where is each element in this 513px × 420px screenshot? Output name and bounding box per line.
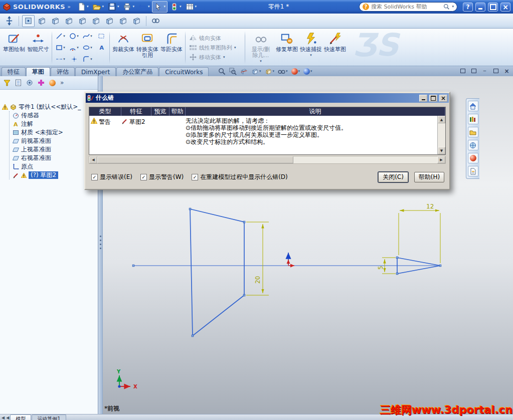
appearances-icon[interactable] [468, 153, 478, 163]
undo-button[interactable] [137, 1, 151, 13]
filter-icon[interactable] [4, 80, 11, 86]
circle-tool-button[interactable] [67, 31, 81, 42]
section-view-button[interactable] [240, 68, 248, 75]
back-view-button[interactable] [49, 15, 62, 27]
convert-entities-button[interactable]: 转换实体引用 [135, 30, 159, 65]
save-button[interactable] [106, 1, 121, 13]
column-preview[interactable]: 预览 [151, 107, 169, 116]
zoom-fit-button[interactable] [218, 68, 226, 75]
show-errors-checkbox[interactable]: 显示错误(E) [91, 173, 132, 181]
error-row[interactable]: 警告 草图2 无法决定此草图的解，请考虑： ⊙借助拖动将草图移动到接近所期望解的… [89, 116, 437, 154]
close-button[interactable] [500, 3, 510, 12]
tree-root[interactable]: 零件1 (默认<<默认>_ [2, 103, 97, 111]
fillet-tool-button[interactable] [81, 54, 94, 65]
left-view-button[interactable] [63, 15, 75, 27]
dialog-maximize-button[interactable] [429, 95, 437, 102]
dialog-close-button[interactable] [439, 95, 447, 102]
print-button[interactable] [121, 1, 136, 13]
model-tab[interactable]: 模型 [10, 414, 31, 420]
column-help[interactable]: 帮助 [169, 107, 186, 116]
tab-office-products[interactable]: 办公室产品 [116, 67, 158, 76]
search-icon[interactable] [443, 4, 450, 10]
ellipse-tool-button[interactable] [81, 42, 94, 54]
front-view-button[interactable] [36, 15, 48, 27]
tab-scroll-left-button[interactable] [1, 414, 5, 420]
apply-scene-button[interactable] [303, 68, 312, 75]
construction-rectangle-tool-button[interactable] [94, 31, 108, 42]
view-selector-button[interactable] [130, 15, 143, 27]
column-type[interactable]: 类型 [89, 107, 121, 116]
line-tool-button[interactable] [54, 31, 67, 42]
motion-study-tab[interactable]: 运动算例1 [32, 414, 66, 420]
arc-tool-button[interactable] [67, 42, 81, 54]
move-entities-caret[interactable] [223, 56, 225, 59]
minimize-button[interactable] [475, 3, 485, 12]
splitter-grip[interactable] [100, 236, 101, 249]
view-orientation-button[interactable] [251, 68, 261, 75]
top-view-button[interactable] [90, 15, 102, 27]
dialog-minimize-button[interactable] [419, 95, 427, 102]
scroll-right-button[interactable]: ▶ [437, 156, 445, 163]
tab-dimxpert[interactable]: DimXpert [75, 67, 116, 76]
display-delete-caret[interactable] [260, 60, 262, 63]
isometric-view-button[interactable] [117, 15, 129, 27]
scroll-up-button[interactable]: ▲ [438, 116, 445, 123]
custom-properties-icon[interactable] [468, 166, 478, 176]
tab-circuitworks[interactable]: CircuitWorks [159, 67, 209, 76]
rapid-sketch-button[interactable]: 快速草图 [323, 30, 347, 65]
show-warnings-checkbox[interactable]: 显示警告(W) [140, 173, 184, 181]
column-description[interactable]: 说明 [186, 107, 445, 116]
vertical-scrollbar[interactable]: ▲ ▼ [437, 116, 445, 154]
normal-to-view-button[interactable] [22, 15, 35, 27]
offset-entities-button[interactable]: 等距实体 [159, 30, 184, 65]
solidworks-resources-icon[interactable] [468, 101, 478, 111]
column-feature[interactable]: 特征 [121, 107, 151, 116]
design-library-icon[interactable] [468, 114, 478, 124]
new-window-button[interactable] [459, 68, 466, 74]
smart-dimension-button[interactable]: 智能尺寸 [26, 30, 50, 65]
new-document-button[interactable] [76, 1, 90, 13]
select-button[interactable] [152, 1, 167, 13]
propertymanager-tab-icon[interactable] [26, 79, 33, 86]
help-dialog-button[interactable]: 帮助(H) [414, 172, 444, 182]
link-views-button[interactable] [149, 15, 162, 27]
mirror-entities-button[interactable]: 镜向实体 [189, 35, 243, 42]
point-tool-button[interactable] [67, 54, 81, 65]
horizontal-scrollbar[interactable]: ◀ ▶ [89, 156, 446, 164]
scroll-left-button[interactable]: ◀ [89, 156, 97, 163]
trim-entities-button[interactable]: 剪裁实体 [111, 30, 135, 65]
quick-snaps-button[interactable]: 快速捕捉 [299, 30, 323, 65]
search-input[interactable] [371, 4, 441, 10]
close-dialog-button[interactable]: 关闭(C) [378, 172, 408, 182]
right-view-button[interactable] [76, 15, 89, 27]
rebuild-button[interactable] [168, 1, 183, 13]
text-tool-button[interactable]: A [94, 42, 108, 54]
display-style-button[interactable] [265, 68, 275, 75]
repair-sketch-button[interactable]: 修复草图 [275, 30, 299, 65]
tab-scroll-left-button[interactable] [6, 414, 10, 420]
displaymanager-tab-icon[interactable] [49, 80, 56, 86]
minimize-document-button[interactable] [481, 68, 488, 74]
search-scope-caret[interactable] [452, 5, 454, 9]
options-button[interactable] [184, 1, 199, 13]
display-delete-relations-button[interactable]: 显示/删除几... [247, 30, 275, 65]
panel-overflow-chevron[interactable] [60, 79, 64, 86]
hide-show-items-button[interactable] [278, 68, 288, 75]
scrollbar-thumb[interactable] [97, 156, 293, 163]
configurationmanager-tab-icon[interactable] [38, 79, 45, 86]
file-explorer-icon[interactable] [468, 127, 478, 137]
help-button[interactable] [463, 3, 473, 12]
restore-document-button[interactable] [492, 68, 499, 74]
tab-features[interactable]: 特征 [2, 67, 26, 76]
maximize-button[interactable] [488, 3, 498, 12]
rectangle-tool-button[interactable] [54, 42, 67, 54]
zoom-area-button[interactable] [229, 68, 237, 75]
tab-evaluate[interactable]: 评估 [51, 67, 75, 76]
show-on-rebuild-checkbox[interactable]: 在重建模型过程中显示什么错(D) [192, 173, 288, 181]
scroll-down-button[interactable]: ▼ [438, 147, 445, 154]
bottom-view-button[interactable] [103, 15, 116, 27]
tile-window-button[interactable] [470, 68, 477, 74]
close-document-button[interactable] [503, 68, 510, 74]
view-palette-icon[interactable] [468, 140, 478, 150]
spline-tool-button[interactable] [81, 31, 94, 42]
